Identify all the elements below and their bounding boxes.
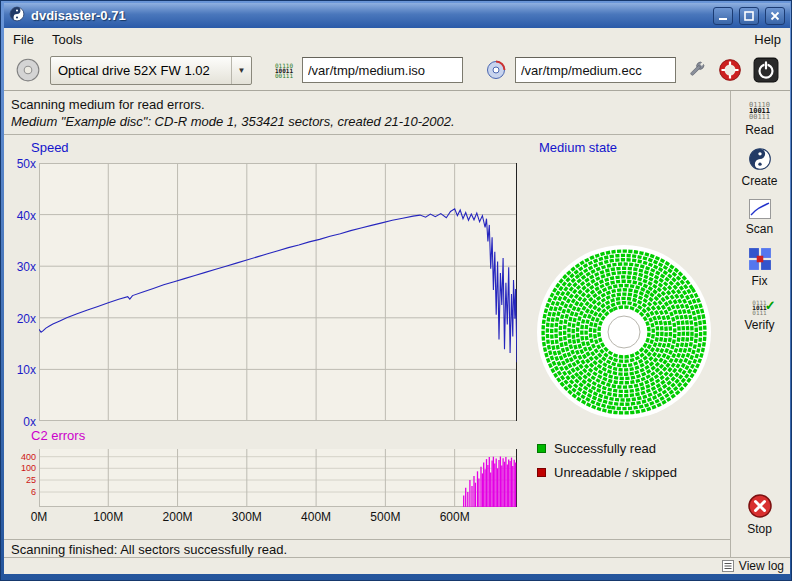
scan-button[interactable]: Scan [733, 195, 786, 239]
legend-ok-label: Successfully read [554, 441, 656, 456]
menubar: File Tools Help [4, 28, 790, 50]
wrench-icon [685, 59, 707, 81]
iso-file-icon: 01110 10011 00111 [275, 63, 293, 78]
speed-y-tick: 20x [2, 312, 36, 326]
medium-state-legend: Successfully read Unreadable / skipped [537, 441, 677, 489]
speed-y-tick: 50x [2, 157, 36, 171]
yin-yang-icon [748, 147, 772, 171]
menu-file[interactable]: File [4, 29, 43, 50]
fix-button[interactable]: Fix [733, 243, 786, 291]
menu-help[interactable]: Help [745, 29, 790, 50]
ecc-file-button[interactable] [483, 57, 509, 83]
drive-select[interactable]: Optical drive 52X FW 1.02 ▼ [50, 56, 252, 85]
quit-button[interactable] [750, 54, 782, 86]
logo-button[interactable] [716, 56, 744, 84]
legend-bad-label: Unreadable / skipped [554, 465, 677, 480]
check-icon: ✓ [765, 298, 776, 313]
footer-status-text: Scanning finished: All sectors successfu… [11, 542, 287, 557]
app-icon [9, 6, 25, 26]
stop-icon [747, 493, 773, 519]
c2-errors-chart [39, 449, 517, 507]
c2-y-tick: 6 [2, 487, 36, 497]
minimize-button[interactable] [713, 7, 733, 25]
menu-tools[interactable]: Tools [43, 29, 91, 50]
fix-icon [748, 247, 772, 271]
stop-button[interactable]: Stop [733, 489, 786, 539]
maximize-icon [744, 11, 754, 21]
speed-y-axis: 50x40x30x20x10x0x [2, 163, 36, 421]
log-list-icon [722, 560, 734, 572]
ecc-file-icon [486, 60, 506, 80]
window-title: dvdisaster-0.71 [31, 8, 707, 23]
drive-select-value: Optical drive 52X FW 1.02 [51, 63, 231, 78]
toolbar: Optical drive 52X FW 1.02 ▼ 01110 10011 … [4, 50, 790, 91]
x-axis: 0M100M200M300M400M500M600M [39, 510, 517, 525]
chevron-down-icon: ▼ [231, 57, 251, 84]
read-icon: 01110 10011 00111 [749, 102, 770, 120]
c2-y-axis: 400100256 [2, 449, 36, 507]
x-axis-tick: 100M [93, 510, 123, 524]
speed-y-tick: 30x [2, 260, 36, 274]
cd-drive-icon [15, 57, 41, 83]
minimize-icon [718, 11, 728, 21]
c2-y-tick: 25 [2, 475, 36, 485]
disc-visualization [533, 241, 715, 423]
status-line-2: Medium "Example disc": CD-R mode 1, 3534… [11, 114, 455, 129]
scan-button-label: Scan [746, 222, 773, 236]
sidebar-separator [730, 91, 731, 557]
close-icon [770, 11, 780, 21]
footer-separator [4, 539, 731, 540]
legend-bad-swatch [537, 468, 546, 477]
speed-chart [39, 163, 517, 421]
view-log-label: View log [739, 559, 784, 573]
status-line-1: Scanning medium for read errors. [11, 97, 205, 112]
bottombar: View log [4, 558, 790, 574]
status-separator [4, 134, 731, 135]
close-button[interactable] [765, 7, 785, 25]
create-button[interactable]: Create [733, 143, 786, 191]
c2-y-tick: 100 [2, 463, 36, 473]
preferences-button[interactable] [682, 56, 710, 84]
x-axis-tick: 400M [301, 510, 331, 524]
x-axis-tick: 300M [232, 510, 262, 524]
verify-icon: 0111 1011 0111 ✓ [752, 300, 766, 315]
drive-button[interactable] [12, 54, 44, 86]
power-icon [753, 57, 779, 83]
speed-y-tick: 10x [2, 363, 36, 377]
legend-item-unreadable: Unreadable / skipped [537, 465, 677, 480]
x-axis-tick: 200M [163, 510, 193, 524]
iso-path-input[interactable] [302, 57, 463, 83]
x-axis-tick: 0M [31, 510, 48, 524]
stop-button-label: Stop [747, 522, 772, 536]
speed-y-tick: 40x [2, 209, 36, 223]
lifesaver-logo-icon [719, 59, 741, 81]
speed-y-tick: 0x [2, 415, 36, 429]
x-axis-tick: 600M [440, 510, 470, 524]
speed-label: Speed [31, 140, 69, 155]
c2-y-tick: 400 [2, 452, 36, 462]
legend-item-success: Successfully read [537, 441, 677, 456]
x-axis-tick: 500M [370, 510, 400, 524]
create-button-label: Create [741, 174, 777, 188]
fix-button-label: Fix [752, 274, 768, 288]
iso-file-button[interactable]: 01110 10011 00111 [272, 60, 296, 81]
medium-state-label: Medium state [539, 140, 617, 155]
verify-button-label: Verify [744, 318, 774, 332]
read-button[interactable]: 01110 10011 00111 Read [733, 97, 786, 141]
titlebar: dvdisaster-0.71 [4, 3, 790, 28]
verify-button[interactable]: 0111 1011 0111 ✓ Verify [733, 293, 786, 339]
app-window: dvdisaster-0.71 File Tools Help Optical … [0, 0, 792, 581]
read-button-label: Read [745, 123, 774, 137]
legend-ok-swatch [537, 444, 546, 453]
ecc-path-input[interactable] [515, 57, 676, 83]
c2-errors-label: C2 errors [31, 428, 85, 443]
maximize-button[interactable] [739, 7, 759, 25]
view-log-button[interactable]: View log [722, 559, 784, 573]
scan-chart-icon [748, 199, 772, 219]
